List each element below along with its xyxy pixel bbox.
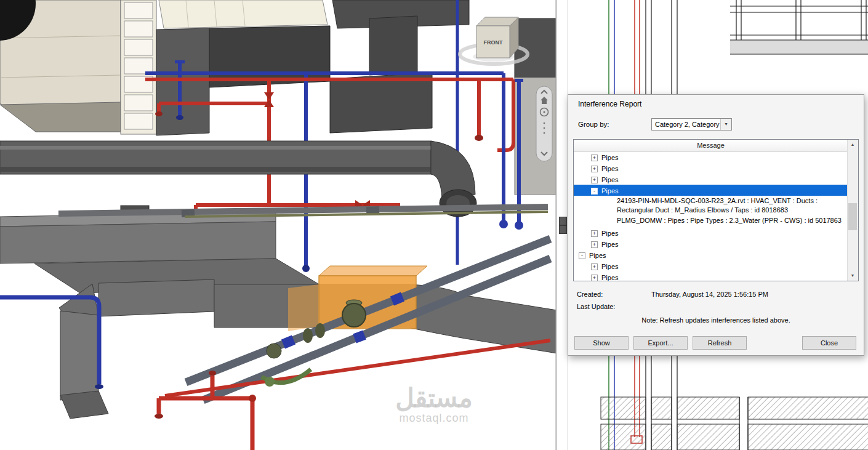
tree-row[interactable]: +Pipes bbox=[574, 271, 848, 281]
created-value: Thursday, August 14, 2025 1:56:15 PM bbox=[651, 291, 768, 298]
hatched-walls bbox=[601, 397, 868, 450]
tree-row-selected[interactable]: -Pipes bbox=[574, 185, 848, 196]
dialog-title: Interference Report bbox=[578, 100, 641, 108]
plan-detail-top-right bbox=[730, 0, 868, 54]
3d-view[interactable]: FRONT bbox=[0, 0, 557, 450]
tree-row[interactable]: +Pipes bbox=[574, 174, 848, 185]
expand-icon[interactable]: + bbox=[591, 275, 598, 281]
group-by-value: Category 2, Category 1 bbox=[655, 119, 720, 130]
expand-icon[interactable]: + bbox=[591, 166, 598, 172]
louver-panel bbox=[124, 2, 153, 129]
list-scrollbar[interactable]: ▲ ▼ bbox=[847, 140, 858, 281]
interference-list[interactable]: Message +Pipes +Pipes +Pipes -Pipes 2419… bbox=[573, 139, 859, 281]
interference-item[interactable]: 24193-PIN-MH-MDL-SQC-003-R23_2A.rvt : HV… bbox=[574, 196, 848, 215]
tree-row[interactable]: +Pipes bbox=[574, 260, 848, 271]
tree-rows: +Pipes +Pipes +Pipes -Pipes 24193-PIN-MH… bbox=[574, 151, 848, 281]
expand-icon[interactable]: + bbox=[591, 241, 598, 248]
view-cube-front-label[interactable]: FRONT bbox=[484, 39, 503, 46]
ahu-unit bbox=[0, 0, 156, 134]
splitter-handle-icon[interactable] bbox=[559, 225, 567, 234]
interference-item[interactable]: PLMG_DOMW : Pipes : Pipe Types : 2.3_Wat… bbox=[574, 215, 848, 227]
top-equipment-boxes bbox=[156, 0, 469, 135]
expand-icon[interactable]: + bbox=[591, 177, 598, 183]
chevron-down-icon[interactable]: ▾ bbox=[720, 119, 731, 130]
valve-icon bbox=[264, 92, 274, 100]
flat-ducts bbox=[0, 206, 321, 293]
revit-window: FRONT bbox=[0, 0, 868, 450]
scroll-thumb[interactable] bbox=[848, 203, 857, 230]
scroll-up-icon[interactable]: ▲ bbox=[848, 140, 858, 150]
export-button[interactable]: Export... bbox=[633, 336, 688, 350]
collapse-icon[interactable]: - bbox=[579, 252, 585, 259]
navigation-bar[interactable] bbox=[536, 86, 552, 161]
tree-row[interactable]: -Pipes bbox=[574, 249, 848, 260]
group-by-label: Group by: bbox=[578, 121, 609, 128]
expand-icon[interactable]: + bbox=[591, 230, 598, 237]
created-label: Created: bbox=[577, 291, 603, 298]
refresh-button[interactable]: Refresh bbox=[693, 336, 747, 350]
group-by-dropdown[interactable]: Category 2, Category 1 ▾ bbox=[651, 118, 732, 131]
refresh-note: Note: Refresh updates interferences list… bbox=[568, 316, 864, 324]
tree-row[interactable]: +Pipes bbox=[574, 238, 848, 249]
splitter-handle-icon[interactable] bbox=[559, 217, 567, 225]
expand-icon[interactable]: + bbox=[591, 263, 598, 270]
interference-report-dialog: Interference Report Group by: Category 2… bbox=[568, 94, 864, 356]
last-update-label: Last Update: bbox=[577, 303, 615, 310]
tree-row[interactable]: +Pipes bbox=[574, 227, 848, 238]
tree-row[interactable]: +Pipes bbox=[574, 151, 848, 163]
scroll-down-icon[interactable]: ▼ bbox=[848, 271, 858, 281]
tree-row[interactable]: +Pipes bbox=[574, 163, 848, 174]
expand-icon[interactable]: + bbox=[591, 155, 598, 161]
show-button[interactable]: Show bbox=[574, 336, 629, 350]
collapse-icon[interactable]: - bbox=[591, 188, 598, 195]
view-splitter[interactable] bbox=[556, 0, 568, 450]
column-header-message[interactable]: Message bbox=[574, 140, 848, 152]
3d-model-canvas: FRONT bbox=[0, 0, 557, 450]
close-button[interactable]: Close bbox=[802, 336, 856, 350]
